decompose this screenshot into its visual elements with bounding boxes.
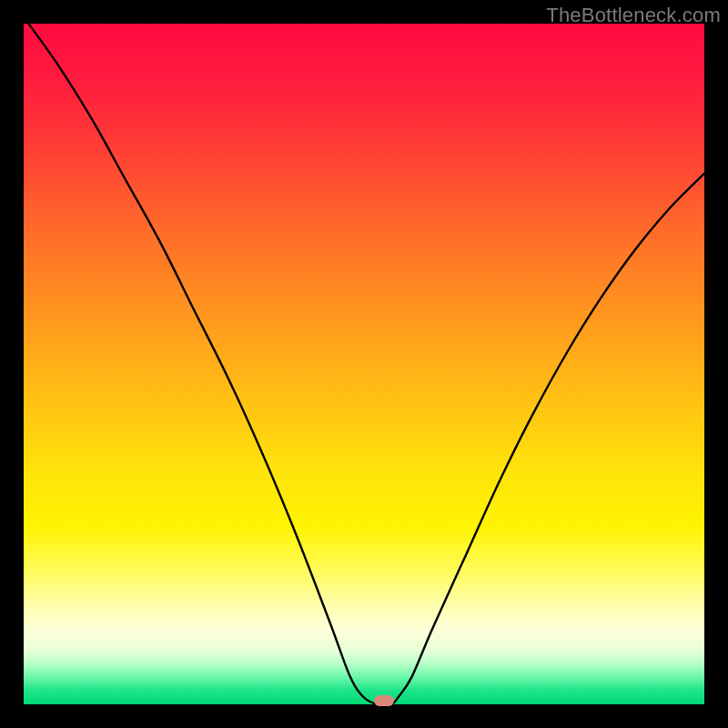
optimal-marker xyxy=(374,695,394,706)
bottleneck-curve xyxy=(24,24,704,704)
plot-area xyxy=(24,24,704,704)
watermark-text: TheBottleneck.com xyxy=(546,4,721,27)
chart-stage: TheBottleneck.com xyxy=(0,0,728,728)
